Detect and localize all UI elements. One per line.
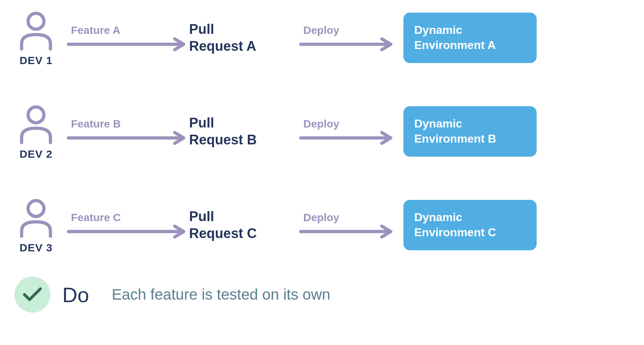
arrow-feature-b: Feature B	[61, 118, 189, 145]
user-icon	[18, 11, 54, 51]
arrow-feature-c: Feature C	[61, 211, 189, 239]
deploy-c-label: Deploy	[299, 211, 339, 224]
dev-3-label: DEV 3	[19, 242, 53, 254]
dev-2: DEV 2	[11, 103, 61, 160]
pr-a-line2: Request A	[189, 38, 292, 55]
user-icon	[18, 105, 54, 144]
dev-3: DEV 3	[11, 197, 61, 254]
env-c: Dynamic Environment C	[403, 200, 537, 250]
arrow-feature-a: Feature A	[61, 24, 189, 51]
env-a-line2: Environment A	[414, 38, 526, 53]
env-c-line1: Dynamic	[414, 210, 526, 225]
env-a-line1: Dynamic	[414, 23, 526, 38]
svg-point-6	[28, 201, 44, 216]
env-b-line1: Dynamic	[414, 116, 526, 131]
diagram-rows: DEV 1 Feature A Pull Request A Deploy Dy…	[11, 7, 633, 256]
feature-b-label: Feature B	[67, 118, 121, 130]
feature-a-label: Feature A	[67, 24, 120, 36]
env-a: Dynamic Environment A	[403, 13, 537, 63]
svg-point-0	[28, 13, 44, 29]
deploy-a-label: Deploy	[299, 24, 339, 36]
arrow-icon	[67, 224, 189, 239]
env-b-line2: Environment B	[414, 131, 526, 147]
deploy-b-label: Deploy	[299, 118, 339, 130]
svg-point-3	[28, 107, 44, 123]
arrow-deploy-b: Deploy	[292, 118, 396, 145]
pr-a-line1: Pull	[189, 21, 292, 38]
footer: Do Each feature is tested on its own	[11, 277, 633, 313]
row-1: DEV 1 Feature A Pull Request A Deploy Dy…	[11, 7, 633, 68]
row-2: DEV 2 Feature B Pull Request B Deploy Dy…	[11, 101, 633, 162]
arrow-icon	[299, 224, 396, 239]
arrow-deploy-a: Deploy	[292, 24, 396, 51]
dev-1: DEV 1	[11, 9, 61, 67]
arrow-icon	[67, 37, 189, 51]
pr-b-line1: Pull	[189, 115, 292, 132]
row-3: DEV 3 Feature C Pull Request C Deploy Dy…	[11, 194, 633, 256]
pr-b-line2: Request B	[189, 131, 292, 149]
arrow-icon	[299, 37, 396, 51]
env-b: Dynamic Environment B	[403, 106, 537, 156]
env-c-line2: Environment C	[414, 225, 526, 240]
do-label: Do	[62, 283, 89, 307]
env-c-box: Dynamic Environment C	[403, 200, 537, 250]
check-circle	[14, 277, 50, 313]
check-icon	[23, 287, 42, 303]
arrow-deploy-c: Deploy	[292, 211, 396, 239]
dev-1-label: DEV 1	[19, 54, 53, 67]
dev-2-label: DEV 2	[19, 148, 53, 160]
user-icon	[18, 198, 54, 238]
arrow-icon	[67, 131, 189, 145]
env-a-box: Dynamic Environment A	[403, 13, 537, 63]
pull-request-c: Pull Request C	[189, 208, 292, 242]
pr-c-line2: Request C	[189, 225, 292, 242]
pull-request-a: Pull Request A	[189, 21, 292, 55]
env-b-box: Dynamic Environment B	[403, 106, 537, 156]
feature-c-label: Feature C	[67, 211, 121, 224]
pull-request-b: Pull Request B	[189, 115, 292, 149]
pr-c-line1: Pull	[189, 208, 292, 225]
arrow-icon	[299, 131, 396, 145]
footer-caption: Each feature is tested on its own	[112, 286, 330, 303]
